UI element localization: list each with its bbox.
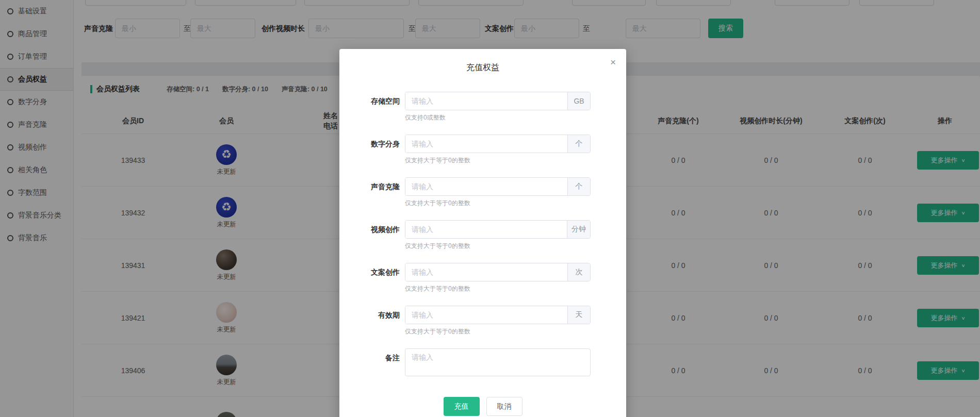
copywriting-input[interactable] [405,263,567,281]
field-help: 仅支持大于等于0的整数 [405,285,470,293]
modal-title: 充值权益 [339,62,626,73]
field-help: 仅支持0或整数 [405,113,446,122]
field-label: 备注 [339,348,400,367]
field-help: 仅支持大于等于0的整数 [405,242,470,251]
digital-avatar-input[interactable] [405,135,567,153]
field-label: 存储空间 [339,92,400,110]
validity-input[interactable] [405,306,567,324]
recharge-button[interactable]: 充值 [444,397,480,416]
unit-suffix: 次 [567,263,590,281]
field-help: 仅支持大于等于0的整数 [405,156,470,165]
video-creation-input[interactable] [405,221,567,238]
recharge-benefits-modal: 充值权益 × 存储空间 GB 仅支持0或整数 数字分身 个 仅支持大于等于0的整… [339,49,626,417]
field-label: 数字分身 [339,135,400,153]
storage-input[interactable] [405,92,567,110]
field-label: 有效期 [339,306,400,324]
unit-suffix: 分钟 [567,221,590,238]
app-window: 基础设置 商品管理 订单管理 会员权益 数字分身 声音克隆 视频创作 相关角色 … [0,0,980,417]
field-label: 文案创作 [339,263,400,281]
unit-suffix: 个 [567,135,590,153]
unit-suffix: 天 [567,306,590,324]
remark-textarea[interactable] [405,348,591,376]
unit-suffix: GB [567,92,590,110]
cancel-button[interactable]: 取消 [486,397,522,416]
field-label: 声音克隆 [339,177,400,196]
field-label: 视频创作 [339,220,400,239]
field-help: 仅支持大于等于0的整数 [405,199,470,208]
close-icon[interactable]: × [610,57,616,67]
unit-suffix: 个 [567,178,590,195]
voice-clone-input[interactable] [405,178,567,195]
field-help: 仅支持大于等于0的整数 [405,327,470,336]
